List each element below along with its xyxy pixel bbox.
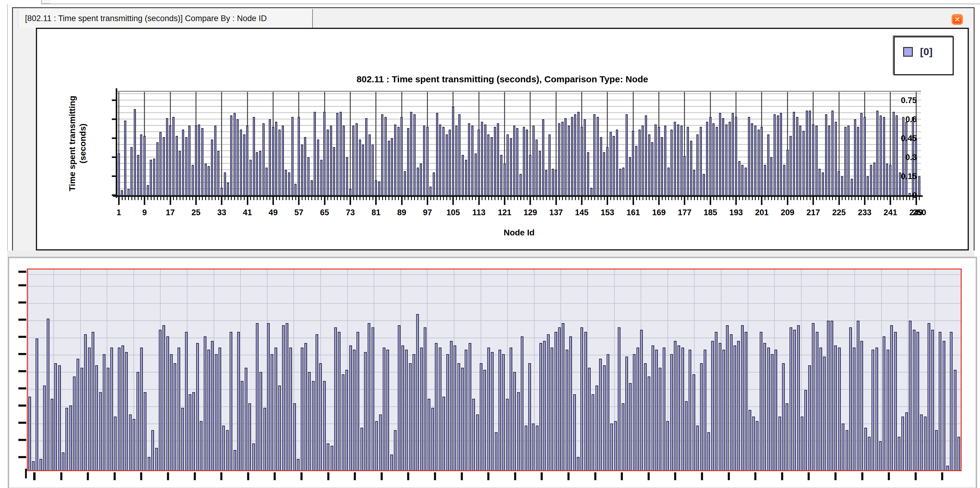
- zoom-bar: [558, 327, 561, 470]
- bar: [581, 127, 583, 195]
- legend-item: [0]: [903, 46, 953, 57]
- zoom-bar: [648, 376, 650, 470]
- zoom-bar: [144, 392, 146, 470]
- bar: [365, 118, 368, 195]
- bar: [693, 170, 695, 195]
- bar: [391, 138, 393, 195]
- x-tick-label: 81: [372, 208, 380, 217]
- zoom-bar: [349, 345, 352, 470]
- x-tick-label: 137: [549, 208, 563, 217]
- y-tick-label: 0.75: [901, 96, 917, 105]
- bar: [211, 140, 213, 195]
- y-tick-label: 0.15: [901, 172, 917, 181]
- zoom-bar: [368, 323, 371, 470]
- zoom-bar: [360, 428, 363, 470]
- x-tick-label: 177: [678, 208, 691, 217]
- zoom-bar: [234, 450, 236, 470]
- zoom-bar: [278, 386, 281, 470]
- bar: [809, 111, 811, 195]
- zoom-bar: [446, 354, 449, 470]
- zoom-bar: [293, 403, 296, 470]
- bar: [603, 152, 605, 195]
- zoom-bar: [663, 348, 665, 470]
- bar: [468, 123, 470, 195]
- bar: [359, 140, 361, 195]
- zoom-bar: [629, 383, 632, 470]
- zoom-bar: [372, 327, 374, 470]
- zoom-bar: [133, 419, 135, 470]
- zoom-bar: [323, 381, 326, 470]
- zoom-bar: [248, 403, 251, 470]
- bar: [806, 111, 808, 195]
- zoom-bar: [517, 392, 520, 470]
- bar: [622, 167, 624, 195]
- bar: [147, 185, 149, 195]
- zoom-bar: [659, 368, 662, 470]
- x-tick-label: 33: [217, 208, 226, 217]
- zoom-bar: [28, 397, 31, 470]
- bar: [786, 150, 789, 195]
- zoom-bar: [103, 354, 105, 470]
- zoom-bar: [678, 345, 680, 470]
- plot-area[interactable]: 00.150.30.450.60.75 19172533414957657381…: [117, 91, 921, 195]
- bar: [815, 126, 818, 195]
- outer-frame-left-line: [7, 4, 8, 251]
- netsim-metric-window: [802.11 : Time spent transmitting (secon…: [0, 0, 980, 488]
- bar: [612, 136, 615, 195]
- zoom-bar: [47, 319, 49, 470]
- zoom-bar: [786, 403, 788, 470]
- bar: [741, 165, 743, 195]
- zoom-bar: [62, 453, 65, 470]
- zoom-bar: [595, 386, 598, 470]
- x-tick-label: 225: [832, 208, 846, 217]
- zoom-bar: [588, 368, 591, 470]
- bar: [651, 142, 653, 195]
- bar: [835, 122, 837, 195]
- bar: [593, 114, 595, 195]
- bar: [864, 117, 866, 195]
- zoom-bar: [498, 350, 501, 470]
- zoom-bar: [469, 343, 471, 470]
- bar: [256, 152, 258, 195]
- bar: [417, 167, 419, 195]
- bar: [195, 126, 197, 195]
- close-button[interactable]: ✕: [952, 14, 963, 25]
- zoom-bar: [752, 416, 755, 470]
- bar: [262, 123, 264, 195]
- y-tick-mark: [112, 99, 116, 101]
- bar: [320, 160, 323, 195]
- zoom-bar: [259, 372, 262, 470]
- bar: [552, 169, 554, 195]
- bar: [442, 127, 444, 195]
- zoom-bar: [931, 330, 934, 470]
- zoom-bar: [54, 363, 57, 470]
- zoom-bar: [543, 341, 546, 470]
- zoom-bar: [35, 338, 38, 470]
- x-tick-label: 145: [575, 208, 589, 217]
- bar: [214, 126, 216, 195]
- x-tick-label: 161: [627, 208, 640, 217]
- bar: [510, 138, 512, 195]
- zoom-bar: [353, 350, 356, 470]
- bar: [143, 136, 146, 195]
- y-tick-mark: [112, 156, 116, 158]
- bar: [539, 151, 541, 195]
- bar: [555, 170, 557, 195]
- tab-compare-by-node-id[interactable]: [802.11 : Time spent transmitting (secon…: [18, 9, 313, 28]
- zoom-bar: [819, 348, 822, 470]
- zoom-bar: [555, 332, 557, 470]
- zoom-bar: [450, 341, 453, 470]
- zoom-bar: [823, 357, 826, 470]
- zoom-plot-area[interactable]: [27, 269, 962, 471]
- zoom-bar: [857, 321, 859, 470]
- zoom-bar: [252, 443, 255, 470]
- zoom-bar: [793, 330, 796, 470]
- bar: [629, 157, 631, 195]
- zoom-bar: [502, 354, 505, 470]
- bar: [845, 127, 846, 195]
- x-tick-label: 129: [523, 208, 537, 217]
- zoom-bar: [95, 365, 98, 470]
- bar: [616, 129, 618, 195]
- zoom-bar: [928, 323, 930, 470]
- bar: [520, 174, 522, 195]
